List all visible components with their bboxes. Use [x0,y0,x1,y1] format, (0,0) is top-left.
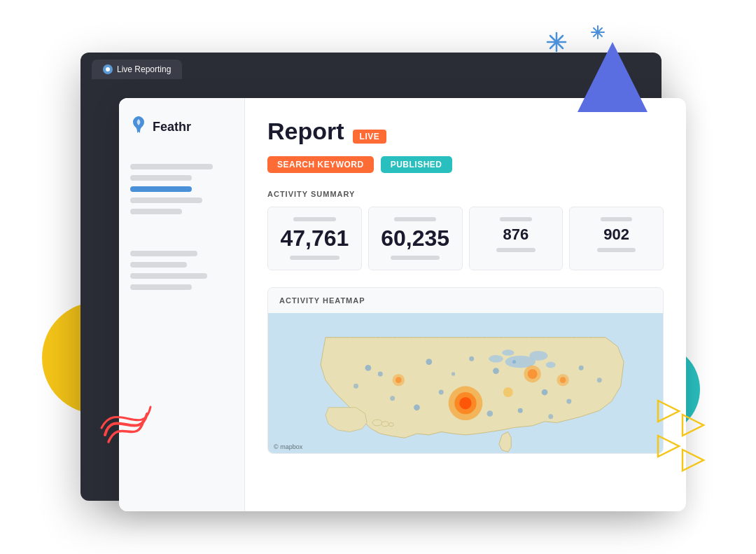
logo-area: Feathr [130,115,233,150]
main-content: Report LIVE SEARCH KEYWORD PUBLISHED ACT… [245,98,686,511]
sidebar-nav-group-2 [130,251,233,290]
svg-point-37 [579,366,584,371]
tag-published: PUBLISHED [381,156,452,173]
svg-point-31 [503,387,513,397]
svg-point-20 [382,422,388,427]
stat-card-4: 902 [569,207,664,270]
svg-point-44 [354,384,358,389]
svg-point-41 [486,410,493,417]
svg-point-19 [372,420,382,426]
svg-point-47 [512,360,516,363]
browser-tab[interactable]: Live Reporting [92,60,182,79]
report-title: Report [267,118,344,145]
stat-line-top-1 [293,217,335,221]
live-badge: LIVE [353,130,387,144]
svg-marker-10 [682,415,704,436]
sidebar-nav-item-6[interactable] [130,262,187,268]
svg-point-28 [560,377,566,383]
svg-point-43 [566,399,571,404]
svg-marker-8 [578,42,648,112]
sidebar-nav-item-7[interactable] [130,273,207,279]
stat-value-4: 902 [603,226,629,244]
tags-row: SEARCH KEYWORD PUBLISHED [267,156,664,173]
stat-value-2: 60,235 [381,226,449,251]
svg-point-34 [426,359,432,365]
svg-point-36 [493,368,499,374]
deco-blue-triangle [574,39,651,118]
tag-search-keyword: SEARCH KEYWORD [267,156,374,173]
sidebar-nav [130,164,233,214]
deco-yellow-triangles [654,397,718,484]
stat-line-bottom-4 [597,248,636,252]
stat-card-3: 876 [469,207,564,270]
svg-point-49 [548,414,553,419]
svg-point-46 [451,372,455,375]
sidebar-nav-item-5[interactable] [130,251,197,256]
us-map-svg [268,313,663,453]
deco-star-1 [546,32,567,57]
deco-red-squiggle [98,393,154,449]
svg-point-39 [439,390,444,395]
svg-marker-11 [658,436,679,457]
svg-point-21 [388,423,393,427]
svg-point-38 [542,389,548,396]
stat-card-1: 47,761 [267,207,362,270]
content-card: Feathr Report LIVE SEARCH KEYWORD PUBLIS… [119,98,686,511]
browser-tab-label: Live Reporting [117,64,171,74]
stat-line-bottom-3 [496,248,535,252]
svg-point-40 [414,404,420,410]
stat-line-top-2 [394,217,436,221]
stat-value-3: 876 [503,226,529,244]
mapbox-credit: © mapbox [274,443,302,450]
svg-point-33 [378,371,383,376]
tab-favicon [103,64,113,74]
sidebar-nav-item-active[interactable] [130,186,192,192]
stat-line-bottom-1 [290,256,340,260]
stat-line-bottom-2 [391,256,440,260]
svg-point-42 [518,408,523,413]
svg-marker-12 [682,450,704,471]
stat-line-top-3 [500,217,531,221]
svg-point-16 [489,355,503,362]
svg-point-18 [546,362,556,368]
heatmap-map: © mapbox [268,313,663,453]
activity-summary-label: ACTIVITY SUMMARY [267,190,664,198]
activity-summary-section: ACTIVITY SUMMARY 47,761 60,235 876 [267,190,664,270]
svg-point-35 [469,356,474,361]
stat-line-top-4 [601,217,632,221]
svg-point-24 [459,397,471,409]
logo-text: Feathr [153,120,191,134]
report-header: Report LIVE [267,118,664,145]
sidebar-nav-item-2[interactable] [130,175,192,181]
sidebar-nav-item-8[interactable] [130,284,192,290]
heatmap-section: ACTIVITY HEATMAP [267,287,664,454]
heatmap-header: ACTIVITY HEATMAP [268,288,663,313]
svg-point-15 [529,351,547,361]
sidebar: Feathr [119,98,245,511]
svg-point-30 [396,377,402,383]
stats-row: 47,761 60,235 876 902 [267,207,664,270]
stat-card-2: 60,235 [368,207,463,270]
svg-point-45 [597,378,602,382]
sidebar-nav-item-1[interactable] [130,164,213,169]
svg-marker-9 [658,401,679,422]
sidebar-nav-item-4[interactable] [130,209,182,214]
svg-point-48 [390,396,395,401]
svg-point-17 [502,349,514,356]
stat-value-1: 47,761 [280,226,349,251]
feathr-logo-icon [130,115,147,139]
svg-point-26 [528,369,538,379]
sidebar-nav-item-3[interactable] [130,198,202,203]
svg-point-32 [365,365,372,371]
